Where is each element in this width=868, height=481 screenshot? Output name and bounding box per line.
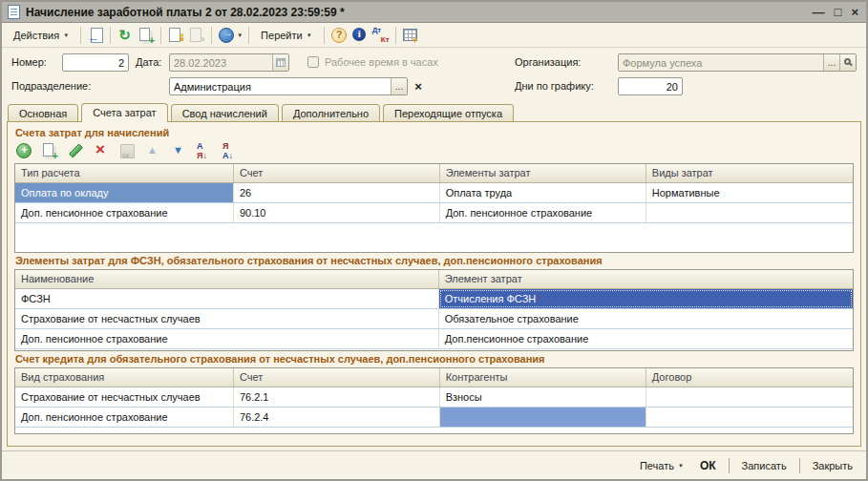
refresh-icon[interactable]: [115, 26, 136, 45]
minimize-button[interactable]: —: [813, 6, 825, 19]
print-button[interactable]: Печать ▼: [636, 457, 688, 474]
column-header[interactable]: Вид страхования: [15, 368, 234, 387]
number-label: Номер:: [11, 53, 47, 72]
print-dropdown-arrow: ▼: [678, 463, 684, 469]
department-select-button[interactable]: ...: [391, 78, 407, 94]
department-input[interactable]: [170, 78, 391, 94]
table-cell[interactable]: 90.10: [234, 203, 440, 222]
delete-row-icon[interactable]: [91, 141, 112, 160]
save-button[interactable]: Записать: [738, 457, 791, 474]
copy-row-icon[interactable]: [39, 141, 60, 160]
calendar-button: [272, 54, 288, 71]
table-cell[interactable]: Нормативные: [646, 183, 853, 202]
calendar-icon: [276, 58, 286, 67]
table-cell[interactable]: Страхование от несчастных случаев: [15, 387, 234, 407]
table-cell[interactable]: Оплата труда: [440, 183, 646, 202]
toolbar-separator: [80, 27, 81, 44]
goto-button[interactable]: Перейти▼: [253, 27, 320, 44]
organization-input: [619, 54, 823, 71]
window-title: Начисление заработной платы 2 от 28.02.2…: [26, 6, 813, 19]
save-record-icon: [87, 27, 104, 44]
help-icon: [330, 27, 348, 44]
table-cell[interactable]: ФСЗН: [15, 289, 439, 308]
maximize-button[interactable]: □: [835, 6, 842, 19]
tab-1[interactable]: Основная: [8, 104, 78, 121]
copy-add-icon[interactable]: [136, 26, 157, 45]
close-button[interactable]: ×: [851, 6, 858, 19]
work-time-checkbox: [307, 56, 319, 68]
tab-2[interactable]: Счета затрат: [81, 103, 167, 122]
column-header[interactable]: Виды затрат: [646, 164, 853, 182]
main-toolbar: Действия▼▼Перейти▼: [2, 23, 866, 48]
info-icon[interactable]: [349, 26, 370, 45]
table-cell[interactable]: [646, 203, 853, 222]
table-cell[interactable]: [646, 408, 853, 427]
close-form-button[interactable]: Закрыть: [809, 457, 857, 474]
tab-bar: ОсновнаяСчета затратСвод начисленийДопол…: [2, 101, 866, 121]
move-down-icon[interactable]: [168, 141, 189, 160]
table-cell[interactable]: Обязательное страхование: [439, 309, 853, 328]
table-cell[interactable]: [440, 408, 646, 427]
table-row: Страхование от несчастных случаевОбязате…: [15, 309, 853, 329]
sort-desc-icon[interactable]: [220, 141, 241, 160]
table-cell[interactable]: Оплата по окладу: [15, 183, 234, 202]
table-cell[interactable]: Доп. пенсионное страхование: [15, 329, 439, 348]
column-header[interactable]: Элементы затрат: [440, 164, 646, 182]
dropdown-arrow-icon: ▼: [63, 32, 69, 38]
unpost-icon[interactable]: [186, 26, 207, 45]
move-up-icon[interactable]: [142, 141, 163, 160]
output-icon[interactable]: ▼: [216, 26, 244, 45]
number-input[interactable]: [62, 53, 129, 72]
toolbar-separator: [395, 27, 396, 44]
tab-4[interactable]: Дополнительно: [282, 104, 380, 121]
table-cell[interactable]: Доп. пенсионное страхование: [440, 203, 646, 222]
ok-button[interactable]: ОК: [696, 456, 720, 475]
table-cell[interactable]: 26: [234, 183, 440, 202]
edit-row-icon[interactable]: [65, 141, 86, 160]
column-header[interactable]: Тип расчета: [15, 164, 234, 182]
table-cell[interactable]: 76.2.4: [234, 408, 440, 427]
data-table: Тип расчетаСчетЭлементы затратВиды затра…: [14, 163, 854, 253]
finish-edit-icon[interactable]: [116, 141, 138, 160]
tab-5[interactable]: Переходящие отпуска: [383, 104, 514, 121]
table-cell[interactable]: Взносы: [440, 387, 646, 407]
column-header[interactable]: Элемент затрат: [439, 270, 853, 288]
table-cell[interactable]: Доп.пенсионное страхование: [439, 329, 853, 348]
days-input[interactable]: [618, 77, 683, 95]
save-record-icon[interactable]: [85, 26, 106, 45]
table-cell[interactable]: Отчисления ФСЗН: [439, 289, 853, 308]
tab-panel-cost-accounts: Счета затрат для начисленийТип расчетаСч…: [7, 121, 861, 447]
table-cell[interactable]: Страхование от несчастных случаев: [15, 309, 439, 328]
table-cell[interactable]: 76.2.1: [234, 387, 440, 407]
department-label: Подразделение:: [11, 77, 91, 95]
column-header[interactable]: Счет: [234, 164, 440, 182]
table-toolbar: [13, 141, 857, 160]
dt-kt-icon: [372, 27, 390, 44]
table-row: Оплата по окладу26Оплата трудаНормативны…: [15, 183, 853, 203]
organization-search-button: [839, 54, 856, 71]
dt-kt-icon[interactable]: [370, 26, 392, 45]
column-header[interactable]: Счет: [234, 368, 440, 387]
magnifier-icon: [844, 58, 851, 65]
info-icon: [351, 27, 369, 44]
post-icon[interactable]: [165, 26, 186, 45]
actions-button[interactable]: Действия▼: [6, 27, 76, 44]
table-cell[interactable]: Доп. пенсионное страхование: [15, 203, 234, 222]
report-icon: [402, 27, 419, 44]
column-header[interactable]: Контрагенты: [440, 368, 646, 387]
table-row: Страхование от несчастных случаев76.2.1В…: [15, 387, 853, 408]
dropdown-arrow-icon: ▼: [237, 32, 243, 38]
add-row-icon[interactable]: [13, 141, 34, 160]
table-cell[interactable]: [646, 387, 853, 407]
tab-3[interactable]: Свод начислений: [171, 104, 279, 121]
sort-asc-icon[interactable]: [194, 141, 215, 160]
table-row: Доп. пенсионное страхование76.2.4: [15, 408, 853, 428]
department-clear-button[interactable]: ×: [411, 77, 426, 95]
data-table: Вид страхованияСчетКонтрагентыДоговорСтр…: [14, 367, 854, 434]
help-icon[interactable]: [328, 26, 349, 45]
report-icon[interactable]: [400, 26, 421, 45]
column-header[interactable]: Договор: [646, 368, 853, 387]
table-cell[interactable]: Доп. пенсионное страхование: [15, 408, 234, 427]
column-header[interactable]: Наименование: [15, 270, 439, 288]
table-empty-area: [15, 223, 853, 252]
